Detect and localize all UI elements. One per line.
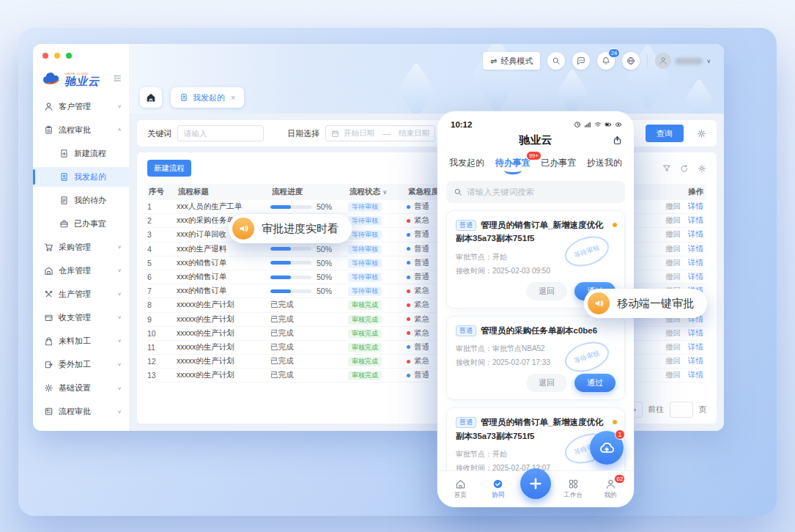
phone-tab[interactable]: 待办事宜 99+ <box>495 157 530 169</box>
phone-tab[interactable]: 已办事宜 <box>541 157 576 169</box>
detail-link[interactable]: 详情 <box>688 258 703 268</box>
column-header[interactable]: 操作 <box>636 187 706 197</box>
table-settings-icon[interactable] <box>698 164 706 173</box>
row-number: 1 <box>147 202 177 211</box>
detail-link[interactable]: 详情 <box>688 244 703 254</box>
column-header[interactable]: 流程标题 <box>177 187 270 197</box>
detail-link[interactable]: 详情 <box>688 356 703 366</box>
date-range-picker[interactable]: 开始日期 — 结束日期 <box>325 125 435 141</box>
topbar-icon <box>577 56 585 65</box>
node-label: 审批节点： <box>456 253 492 261</box>
share-icon[interactable] <box>613 136 622 145</box>
phone-tab[interactable]: 抄送我的 <box>587 157 622 169</box>
revoke-link[interactable]: 撤回 <box>665 215 681 226</box>
filter-settings-icon[interactable] <box>697 129 706 138</box>
column-header[interactable]: 流程进度 <box>270 187 348 197</box>
new-workflow-button[interactable]: 新建流程 <box>147 160 191 177</box>
topbar-icon-button[interactable] <box>547 52 565 70</box>
add-button[interactable] <box>520 468 551 499</box>
revoke-link[interactable]: 撤回 <box>665 328 681 339</box>
row-number: 4 <box>147 245 177 254</box>
topbar-icon-button[interactable]: 24 <box>597 52 615 70</box>
sidebar-collapse-icon[interactable] <box>113 74 122 85</box>
revoke-link[interactable]: 撤回 <box>665 356 681 366</box>
nav-icon <box>455 479 466 489</box>
sidebar-item-icon <box>59 219 69 229</box>
sidebar-item[interactable]: 采购管理 ∨ <box>33 237 129 257</box>
approval-card[interactable]: 普通管理员的采购任务单副本c0be6 等待审核 审批节点：审批节点NBA52 接… <box>446 316 625 400</box>
urgency-label: 紧急 <box>414 215 429 226</box>
maximize-window-button[interactable] <box>66 53 72 59</box>
sidebar-item[interactable]: 收支管理 ∨ <box>33 308 129 328</box>
tab-close-icon[interactable]: × <box>231 94 235 102</box>
sidebar-item[interactable]: 我的待办 <box>33 191 129 210</box>
sidebar-item[interactable]: 流程审批 ∨ <box>33 402 129 421</box>
sidebar-item[interactable]: 流程审批 ∧ <box>33 120 129 140</box>
workflow-title: xxxxx的生产计划 <box>177 342 270 352</box>
sidebar-item[interactable]: 我发起的 <box>33 167 129 187</box>
minimize-window-button[interactable] <box>54 53 60 59</box>
user-menu[interactable]: ∨ <box>655 53 711 69</box>
detail-link[interactable]: 详情 <box>688 215 703 226</box>
close-window-button[interactable] <box>42 53 48 59</box>
detail-link[interactable]: 详情 <box>688 272 703 282</box>
status-badge: 等待审核 <box>348 230 382 240</box>
batch-approve-fab[interactable]: 1 <box>590 431 624 465</box>
topbar-icon-button[interactable] <box>572 52 590 70</box>
topbar-icon-button[interactable] <box>622 52 640 70</box>
nav-item[interactable]: 工作台 <box>557 479 589 500</box>
keyword-label: 关键词 <box>147 128 171 139</box>
detail-link[interactable]: 详情 <box>688 342 703 352</box>
reject-button[interactable]: 退回 <box>526 374 567 392</box>
phone-tab[interactable]: 我发起的 <box>449 157 484 169</box>
sidebar-item[interactable]: 客户管理 ∨ <box>33 97 129 117</box>
urgency-label: 紧急 <box>414 286 429 296</box>
sidebar-item[interactable]: 仓库管理 ∨ <box>33 261 129 281</box>
urgency-label: 普通 <box>414 229 429 240</box>
revoke-link[interactable]: 撤回 <box>665 229 681 240</box>
detail-link[interactable]: 详情 <box>688 370 703 380</box>
phone-search-bar[interactable] <box>446 181 625 203</box>
sidebar-item[interactable]: 来料加工 ∨ <box>33 331 129 351</box>
workflow-title: xxx的销售订单 <box>177 286 270 296</box>
classic-mode-button[interactable]: ⇌ 经典模式 <box>483 52 540 70</box>
approve-button[interactable]: 通过 <box>574 374 615 392</box>
keyword-input[interactable] <box>177 125 264 141</box>
phone-app-title: 驰业云 <box>519 133 552 147</box>
detail-link[interactable]: 详情 <box>688 229 703 240</box>
column-header[interactable]: 流程状态∨ <box>348 187 407 197</box>
nav-item[interactable]: 协同 <box>482 479 514 500</box>
nav-item[interactable] <box>519 480 552 499</box>
revoke-link[interactable]: 撤回 <box>665 244 681 254</box>
revoke-link[interactable]: 撤回 <box>665 272 681 282</box>
sidebar-item[interactable]: 新建流程 <box>33 144 129 163</box>
refresh-icon[interactable] <box>680 164 689 173</box>
revoke-link[interactable]: 撤回 <box>665 342 681 352</box>
detail-link[interactable]: 详情 <box>688 328 703 339</box>
sidebar-item[interactable]: 委外加工 ∨ <box>33 355 129 374</box>
home-tab-button[interactable] <box>140 87 162 108</box>
nav-item[interactable]: 首页 <box>445 479 477 500</box>
page-number-input[interactable] <box>670 402 693 418</box>
revoke-link[interactable]: 撤回 <box>665 370 681 380</box>
page-unit-label: 页 <box>699 404 707 415</box>
revoke-link[interactable]: 撤回 <box>665 202 681 212</box>
sidebar-item-icon <box>44 383 53 393</box>
reject-button[interactable]: 退回 <box>526 282 567 300</box>
sidebar-item[interactable]: 生产管理 ∨ <box>33 284 129 304</box>
urgency-dot <box>407 276 410 279</box>
sidebar-item[interactable]: 已办事宜 <box>33 214 129 234</box>
urgency-dot <box>407 289 410 293</box>
detail-link[interactable]: 详情 <box>688 202 703 212</box>
filter-icon[interactable] <box>662 164 671 173</box>
sidebar-item[interactable]: 基础设置 ∨ <box>33 378 129 398</box>
nav-item[interactable]: 我的 62 <box>594 479 626 500</box>
chevron-icon: ∨ <box>117 104 122 109</box>
callout-text: 移动端一键审批 <box>617 297 694 311</box>
phone-search-input[interactable] <box>467 188 618 196</box>
tab-my-initiated[interactable]: 我发起的 × <box>171 87 244 108</box>
workflow-title: xxxxx的生产计划 <box>177 314 270 325</box>
revoke-link[interactable]: 撤回 <box>665 258 681 268</box>
column-header[interactable]: 序号 <box>147 187 177 197</box>
query-button[interactable]: 查询 <box>646 125 684 142</box>
